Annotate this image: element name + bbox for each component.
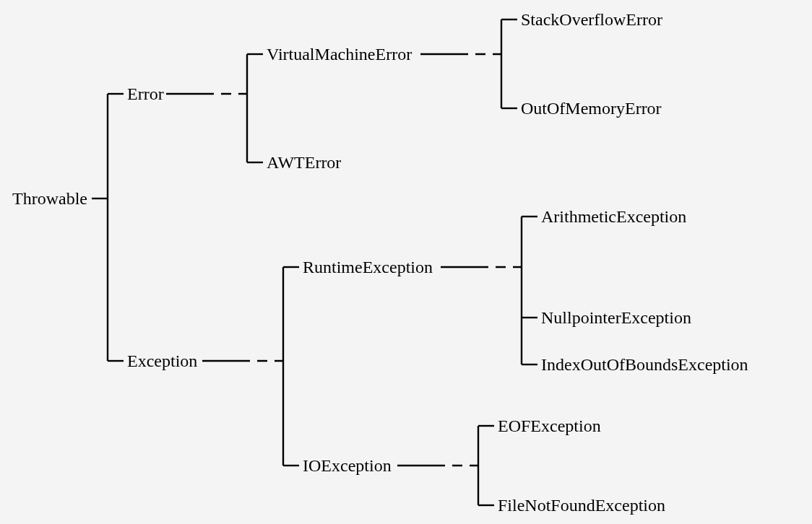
node-awt-error: AWTError: [267, 154, 341, 171]
hierarchy-diagram: Throwable Error VirtualMachineError AWTE…: [0, 0, 812, 524]
node-stack-overflow-error: StackOverflowError: [521, 11, 662, 28]
node-nullpointer-exception: NullpointerException: [541, 309, 691, 326]
node-virtual-machine-error: VirtualMachineError: [267, 45, 412, 63]
node-error: Error: [127, 85, 164, 102]
node-io-exception: IOException: [303, 457, 392, 474]
node-file-not-found-exception: FileNotFoundException: [498, 497, 665, 514]
node-eof-exception: EOFException: [498, 417, 601, 435]
node-runtime-exception: RuntimeException: [303, 258, 433, 276]
node-throwable: Throwable: [12, 190, 87, 207]
node-ioob-exception: IndexOutOfBoundsException: [541, 356, 748, 373]
node-arithmetic-exception: ArithmeticException: [541, 208, 686, 225]
node-exception: Exception: [127, 352, 197, 370]
node-out-of-memory-error: OutOfMemoryError: [521, 100, 662, 117]
